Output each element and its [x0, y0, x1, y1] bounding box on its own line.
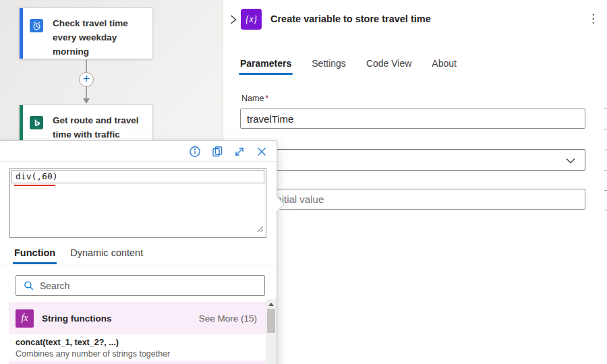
scroll-up-arrow-icon[interactable] [268, 303, 274, 306]
close-icon[interactable] [256, 146, 268, 158]
required-asterisk: * [265, 94, 268, 103]
trigger-card[interactable]: Check travel time every weekday morning [19, 7, 153, 59]
clipped-border-mark [604, 129, 607, 129]
name-input[interactable] [240, 109, 585, 129]
clipped-border-mark [604, 150, 607, 150]
name-field-label: Name* [241, 94, 268, 103]
initial-value-input[interactable] [240, 189, 585, 210]
next-category-row-partial [9, 361, 266, 364]
tabs-divider [0, 266, 277, 266]
bing-maps-icon [30, 116, 43, 129]
clipped-border-mark [604, 109, 607, 109]
tab-dynamic-content[interactable]: Dynamic content [70, 247, 143, 263]
connector-line [86, 59, 87, 72]
collapse-panel-chevron-icon[interactable] [227, 13, 241, 27]
panel-tabs: Parameters Settings Code View About [240, 58, 477, 75]
expression-text: div(,60) [12, 171, 264, 183]
variable-action-icon: {x} [241, 9, 262, 30]
expression-textarea[interactable]: div(,60) [9, 168, 266, 238]
type-dropdown[interactable] [240, 149, 585, 171]
resize-handle-icon[interactable] [256, 223, 264, 235]
scrollbar[interactable] [266, 299, 277, 364]
see-more-link[interactable]: See More (15) [199, 313, 257, 324]
trigger-accent-bar [20, 8, 23, 59]
recurrence-clock-icon [30, 19, 43, 32]
function-list: fx String functions See More (15) concat… [9, 302, 266, 364]
expression-tabs: Function Dynamic content [14, 247, 143, 263]
error-underline [14, 185, 55, 186]
function-row-concat[interactable]: concat(text_1, text_2?, ...) Combines an… [9, 334, 266, 361]
search-input[interactable] [40, 280, 264, 291]
expression-editor-popup: div(,60) Function Dynamic content fx Str… [0, 140, 277, 364]
tab-settings[interactable]: Settings [312, 58, 346, 75]
action-accent-bar [20, 105, 23, 146]
function-description: Combines any number of strings together [16, 348, 266, 359]
category-row-string-functions[interactable]: fx String functions See More (15) [9, 302, 266, 334]
chevron-down-icon [566, 158, 575, 164]
tab-code-view[interactable]: Code View [366, 58, 411, 75]
tab-about[interactable]: About [432, 58, 457, 75]
toolbar-divider [0, 161, 277, 162]
connector-line [86, 87, 87, 98]
tab-parameters[interactable]: Parameters [240, 58, 291, 75]
clipped-border-mark [604, 210, 607, 210]
tab-function[interactable]: Function [14, 247, 55, 263]
trigger-card-title: Check travel time every weekday morning [53, 16, 146, 59]
fx-icon: fx [16, 309, 34, 328]
info-icon[interactable] [189, 146, 201, 158]
insert-step-button[interactable]: + [79, 72, 94, 87]
search-icon [24, 280, 34, 291]
action-detail-panel: {x} Create variable to store travel time… [223, 0, 607, 364]
function-search-box[interactable] [16, 275, 265, 296]
clipped-border-mark [604, 170, 607, 171]
function-signature: concat(text_1, text_2?, ...) [16, 337, 266, 348]
more-options-ellipsis-icon[interactable]: ⋮ [587, 11, 599, 26]
popup-toolbar [189, 146, 268, 158]
action-card-title: Get route and travel time with traffic [53, 113, 146, 142]
panel-title: Create variable to store travel time [270, 9, 431, 30]
category-name: String functions [42, 313, 112, 324]
copy-icon[interactable] [211, 146, 223, 158]
connector-arrow-icon [83, 98, 90, 104]
expression-current-line: div(,60) [11, 170, 264, 183]
clipped-border-mark [604, 190, 607, 191]
scrollbar-thumb[interactable] [267, 309, 275, 333]
expand-icon[interactable] [233, 146, 245, 158]
